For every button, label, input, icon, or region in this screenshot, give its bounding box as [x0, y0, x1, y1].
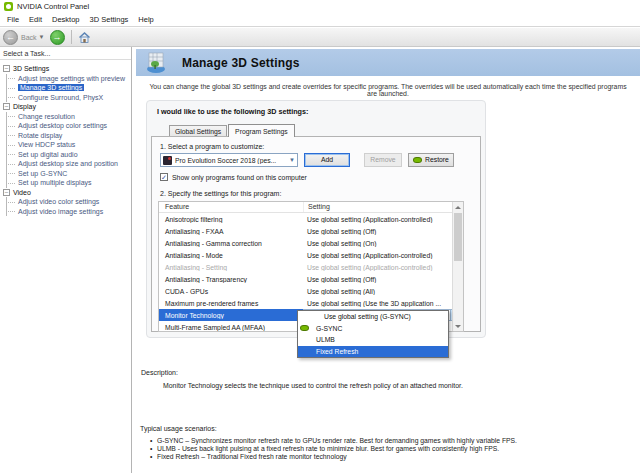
restore-button[interactable]: Restore: [408, 153, 454, 167]
show-programs-checkbox-row: ✓ Show only programs found on this compu…: [160, 173, 307, 181]
sidebar-item-label: Change resolution: [18, 113, 75, 120]
setting-cell: Use global setting (Application-controll…: [303, 264, 463, 271]
table-row-antialiasing-transparency[interactable]: Antialiasing - TransparencyUse global se…: [159, 273, 463, 285]
tree-section-3d-settings[interactable]: –3D Settings: [0, 64, 131, 74]
home-icon[interactable]: [78, 31, 91, 44]
dropdown-item-label: ULMB: [316, 336, 335, 343]
program-icon: [163, 156, 172, 165]
sidebar-item-change-resolution[interactable]: Change resolution: [6, 112, 131, 122]
sidebar-item-adjust-desktop-color-settings[interactable]: Adjust desktop color settings: [6, 121, 131, 131]
sidebar-item-view-hdcp-status[interactable]: View HDCP status: [6, 140, 131, 150]
tree-section-video[interactable]: –Video: [0, 188, 131, 198]
sidebar-item-label: Set up multiple displays: [18, 179, 92, 186]
toolbar: ← Back ▼ →: [0, 28, 640, 47]
monitor-technology-dropdown-list: Use global setting (G-SYNC)G-SYNCULMBFix…: [297, 310, 449, 358]
sidebar-item-adjust-image-settings-with-preview[interactable]: Adjust image settings with preview: [6, 74, 131, 84]
dropdown-item-label: G-SYNC: [316, 325, 342, 332]
usage-scenarios-list: G-SYNC – Synchronizes monitor refresh ra…: [150, 437, 632, 462]
sidebar-item-label: View HDCP status: [18, 141, 75, 148]
setting-cell: Use global setting (On): [303, 240, 463, 247]
setting-cell: Use global setting (Application-controll…: [303, 252, 463, 259]
description-text: Monitor Technology selects the technique…: [163, 382, 620, 389]
feature-cell: Antialiasing - FXAA: [159, 228, 303, 235]
scroll-up-arrow-icon[interactable]: [453, 202, 463, 212]
table-row-anisotropic-filtering[interactable]: Anisotropic filteringUse global setting …: [159, 213, 463, 225]
program-settings-tabpage: 1. Select a program to customize: Pro Ev…: [151, 136, 481, 332]
task-tree: –3D SettingsAdjust image settings with p…: [0, 60, 131, 216]
tree-section-label: 3D Settings: [13, 65, 49, 72]
sidebar-item-adjust-video-image-settings[interactable]: Adjust video image settings: [6, 207, 131, 217]
back-button-label: Back: [21, 34, 37, 41]
table-row-cuda-gpus[interactable]: CUDA - GPUsUse global setting (All): [159, 285, 463, 297]
sidebar-item-label: Adjust desktop size and position: [18, 160, 118, 167]
feature-cell: Antialiasing - Setting: [159, 264, 303, 271]
sidebar-item-configure-surround-physx[interactable]: Configure Surround, PhysX: [6, 93, 131, 103]
table-row-antialiasing-gamma-correction[interactable]: Antialiasing - Gamma correctionUse globa…: [159, 237, 463, 249]
scroll-down-arrow-icon[interactable]: [453, 321, 463, 331]
tree-section-label: Display: [13, 103, 36, 110]
sidebar-item-rotate-display[interactable]: Rotate display: [6, 131, 131, 141]
forward-button[interactable]: →: [50, 30, 65, 45]
setting-cell: Use global setting (Use the 3D applicati…: [303, 300, 463, 307]
table-row-antialiasing-fxaa[interactable]: Antialiasing - FXAAUse global setting (O…: [159, 225, 463, 237]
back-dropdown-caret-icon[interactable]: ▼: [39, 34, 45, 40]
sidebar-item-set-up-g-sync[interactable]: Set up G-SYNC: [6, 169, 131, 179]
feature-cell: Maximum pre-rendered frames: [159, 300, 303, 307]
table-row-maximum-pre-rendered-frames[interactable]: Maximum pre-rendered framesUse global se…: [159, 297, 463, 309]
dropdown-item-ulmb[interactable]: ULMB: [298, 334, 448, 346]
description-label: Description:: [141, 369, 178, 376]
setting-column-header[interactable]: Setting: [303, 202, 463, 212]
setting-cell: Use global setting (Application-controll…: [303, 216, 463, 223]
chevron-down-icon: ▼: [289, 157, 295, 163]
nvidia-logo-icon: [4, 2, 13, 11]
settings-groupbox: I would like to use the following 3D set…: [146, 100, 486, 338]
table-scrollbar[interactable]: [452, 202, 463, 331]
setting-cell: Use global setting (Off): [303, 276, 463, 283]
nvidia-control-panel-window: NVIDIA Control Panel FileEditDesktop3D S…: [0, 0, 640, 473]
sidebar-item-adjust-video-color-settings[interactable]: Adjust video color settings: [6, 197, 131, 207]
sidebar-item-label: Adjust video color settings: [18, 198, 99, 205]
collapse-minus-icon[interactable]: –: [3, 103, 10, 110]
remove-button[interactable]: Remove: [364, 153, 402, 167]
menu-item-3d-settings[interactable]: 3D Settings: [85, 15, 134, 24]
select-program-label: 1. Select a program to customize:: [160, 143, 264, 150]
show-programs-checkbox[interactable]: ✓: [160, 173, 168, 181]
menu-item-help[interactable]: Help: [133, 15, 158, 24]
back-button[interactable]: ←: [3, 30, 18, 45]
table-row-antialiasing-mode[interactable]: Antialiasing - ModeUse global setting (A…: [159, 249, 463, 261]
collapse-minus-icon[interactable]: –: [3, 65, 10, 72]
tab-program-settings[interactable]: Program Settings: [228, 124, 295, 137]
dropdown-item-use-global-setting-g-sync[interactable]: Use global setting (G-SYNC): [298, 311, 448, 323]
dropdown-item-g-sync[interactable]: G-SYNC: [298, 323, 448, 335]
sidebar-item-label: Rotate display: [18, 132, 62, 139]
collapse-minus-icon[interactable]: –: [3, 189, 10, 196]
table-row-antialiasing-setting[interactable]: Antialiasing - SettingUse global setting…: [159, 261, 463, 273]
feature-column-header[interactable]: Feature: [159, 202, 303, 212]
sidebar-item-label: Manage 3D settings: [18, 84, 84, 91]
menu-item-desktop[interactable]: Desktop: [47, 15, 85, 24]
menu-bar: FileEditDesktop3D SettingsHelp: [0, 13, 640, 27]
sidebar-item-set-up-multiple-displays[interactable]: Set up multiple displays: [6, 178, 131, 188]
program-row: Pro Evolution Soccer 2018 (pes... ▼ Add …: [160, 153, 474, 168]
settings-tabs: Global Settings Program Settings: [169, 122, 296, 136]
sidebar-item-set-up-digital-audio[interactable]: Set up digital audio: [6, 150, 131, 160]
main-content: Manage 3D Settings You can change the gl…: [136, 47, 640, 473]
manage-3d-settings-icon: [144, 51, 168, 74]
dropdown-item-fixed-refresh[interactable]: Fixed Refresh: [298, 346, 448, 358]
tree-section-display[interactable]: –Display: [0, 102, 131, 112]
menu-item-file[interactable]: File: [2, 15, 24, 24]
restore-button-label: Restore: [425, 154, 449, 166]
sidebar-item-adjust-desktop-size-and-position[interactable]: Adjust desktop size and position: [6, 159, 131, 169]
add-button[interactable]: Add: [304, 153, 350, 167]
usage-bullet: Fixed Refresh – Traditional Fixed fresh …: [150, 453, 632, 461]
title-bar: NVIDIA Control Panel: [0, 0, 640, 13]
sidebar-item-manage-3d-settings[interactable]: Manage 3D settings: [6, 83, 131, 93]
feature-cell: CUDA - GPUs: [159, 288, 303, 295]
show-programs-label: Show only programs found on this compute…: [172, 174, 307, 181]
group-label: I would like to use the following 3D set…: [157, 107, 308, 116]
feature-cell: Monitor Technology: [159, 312, 303, 319]
program-select-combobox[interactable]: Pro Evolution Soccer 2018 (pes... ▼: [160, 153, 298, 167]
scrollbar-thumb[interactable]: [454, 213, 462, 261]
tab-global-settings[interactable]: Global Settings: [169, 125, 227, 136]
menu-item-edit[interactable]: Edit: [24, 15, 47, 24]
